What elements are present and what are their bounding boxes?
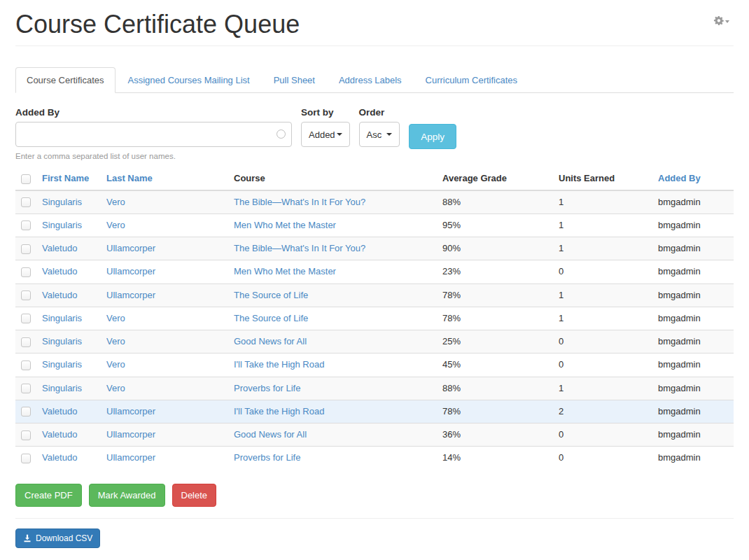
added-by-input-wrap: [15, 122, 292, 147]
mark-awarded-button[interactable]: Mark Awarded: [89, 484, 165, 507]
first-name-link[interactable]: Valetudo: [42, 243, 77, 253]
row-checkbox[interactable]: [21, 197, 31, 207]
row-checkbox[interactable]: [21, 314, 31, 323]
create-pdf-button[interactable]: Create PDF: [15, 484, 82, 507]
select-all-cell: [15, 167, 36, 190]
table-row: Singularis Vero Proverbs for Life 88% 1 …: [15, 377, 734, 400]
tab-assigned-courses-mailing-list[interactable]: Assigned Courses Mailing List: [117, 67, 261, 93]
column-added-by: Added By: [652, 167, 734, 190]
row-checkbox[interactable]: [21, 220, 31, 230]
row-checkbox[interactable]: [21, 407, 31, 416]
first-name-link[interactable]: Valetudo: [42, 406, 77, 416]
row-checkbox[interactable]: [21, 430, 31, 440]
row-checkbox[interactable]: [21, 290, 31, 300]
course-link[interactable]: I'll Take the High Road: [234, 359, 324, 370]
order-dropdown[interactable]: Asc: [359, 122, 400, 147]
row-checkbox[interactable]: [21, 267, 31, 277]
course-link[interactable]: Men Who Met the Master: [234, 220, 336, 230]
settings-menu-button[interactable]: [713, 15, 729, 26]
sort-last-name-link[interactable]: Last Name: [106, 173, 153, 183]
course-link[interactable]: The Bible—What's In It For You?: [234, 197, 365, 207]
first-name-cell: Valetudo: [36, 400, 101, 423]
units-earned-cell: 1: [553, 284, 652, 307]
sort-added-by-link[interactable]: Added By: [658, 173, 701, 183]
first-name-cell: Singularis: [36, 214, 101, 237]
first-name-link[interactable]: Valetudo: [42, 429, 77, 440]
apply-button[interactable]: Apply: [409, 124, 456, 149]
tab-pull-sheet[interactable]: Pull Sheet: [262, 67, 326, 93]
download-csv-button[interactable]: Download CSV: [15, 528, 100, 548]
course-link[interactable]: Men Who Met the Master: [234, 266, 336, 276]
units-earned-cell: 1: [553, 190, 652, 214]
course-link[interactable]: The Bible—What's In It For You?: [234, 243, 365, 253]
first-name-link[interactable]: Valetudo: [42, 290, 77, 300]
page-container: Course Certificate Queue Course Certific…: [0, 10, 749, 548]
added-by-cell: bmgadmin: [652, 190, 734, 214]
first-name-link[interactable]: Singularis: [42, 336, 82, 346]
first-name-link[interactable]: Singularis: [42, 383, 82, 393]
first-name-link[interactable]: Singularis: [42, 313, 82, 323]
course-link[interactable]: The Source of Life: [234, 290, 308, 300]
tab-course-certificates[interactable]: Course Certificates: [15, 67, 115, 93]
last-name-link[interactable]: Ullamcorper: [106, 429, 155, 440]
last-name-link[interactable]: Vero: [106, 359, 125, 370]
last-name-link[interactable]: Ullamcorper: [106, 406, 155, 416]
filter-bar: Added By Enter a comma separated list of…: [15, 107, 734, 160]
last-name-link[interactable]: Ullamcorper: [106, 266, 155, 276]
gear-icon: [713, 15, 724, 26]
first-name-link[interactable]: Valetudo: [42, 266, 77, 276]
first-name-cell: Singularis: [36, 307, 101, 330]
sort-by-dropdown[interactable]: Added: [301, 122, 350, 147]
course-cell: Men Who Met the Master: [228, 260, 437, 284]
column-average-grade: Average Grade: [437, 167, 553, 190]
course-link[interactable]: Good News for All: [234, 429, 307, 440]
added-by-help-text: Enter a comma separated list of user nam…: [15, 152, 292, 160]
tab-address-labels[interactable]: Address Labels: [328, 67, 413, 93]
last-name-link[interactable]: Vero: [106, 220, 125, 230]
row-checkbox[interactable]: [21, 337, 31, 347]
caret-down-icon: [337, 133, 342, 136]
course-link[interactable]: The Source of Life: [234, 313, 308, 323]
course-link[interactable]: I'll Take the High Road: [234, 406, 324, 416]
last-name-cell: Ullamcorper: [101, 447, 228, 470]
units-earned-cell: 0: [553, 354, 652, 377]
tab-curriculum-certificates[interactable]: Curriculum Certificates: [414, 67, 528, 93]
last-name-link[interactable]: Ullamcorper: [106, 290, 155, 300]
select-all-checkbox[interactable]: [21, 174, 31, 184]
table-row: Valetudo Ullamcorper The Bible—What's In…: [15, 237, 734, 260]
course-link[interactable]: Good News for All: [234, 336, 307, 346]
course-link[interactable]: Proverbs for Life: [234, 383, 300, 393]
sort-by-value: Added: [309, 130, 335, 140]
first-name-link[interactable]: Singularis: [42, 197, 82, 207]
first-name-link[interactable]: Singularis: [42, 359, 82, 370]
delete-button[interactable]: Delete: [172, 484, 217, 507]
course-link[interactable]: Proverbs for Life: [234, 452, 300, 463]
course-cell: Proverbs for Life: [228, 377, 437, 400]
first-name-link[interactable]: Singularis: [42, 220, 82, 230]
first-name-link[interactable]: Valetudo: [42, 452, 77, 463]
column-course: Course: [228, 167, 437, 190]
row-select-cell: [15, 214, 36, 237]
added-by-input[interactable]: [15, 122, 292, 147]
last-name-link[interactable]: Vero: [106, 313, 125, 323]
row-checkbox[interactable]: [21, 384, 31, 393]
last-name-link[interactable]: Vero: [106, 336, 125, 346]
last-name-cell: Vero: [101, 377, 228, 400]
first-name-cell: Valetudo: [36, 447, 101, 470]
last-name-link[interactable]: Vero: [106, 383, 125, 393]
row-checkbox[interactable]: [21, 360, 31, 370]
last-name-link[interactable]: Vero: [106, 197, 125, 207]
last-name-link[interactable]: Ullamcorper: [106, 452, 155, 463]
row-checkbox[interactable]: [21, 244, 31, 254]
course-cell: Good News for All: [228, 330, 437, 354]
sort-first-name-link[interactable]: First Name: [42, 173, 89, 183]
row-select-cell: [15, 377, 36, 400]
table-row: Valetudo Ullamcorper Good News for All 3…: [15, 424, 734, 447]
course-cell: Proverbs for Life: [228, 447, 437, 470]
last-name-cell: Ullamcorper: [101, 284, 228, 307]
row-select-cell: [15, 424, 36, 447]
row-checkbox[interactable]: [21, 454, 31, 463]
average-grade-cell: 36%: [437, 424, 553, 447]
last-name-link[interactable]: Ullamcorper: [106, 243, 155, 253]
row-select-cell: [15, 354, 36, 377]
